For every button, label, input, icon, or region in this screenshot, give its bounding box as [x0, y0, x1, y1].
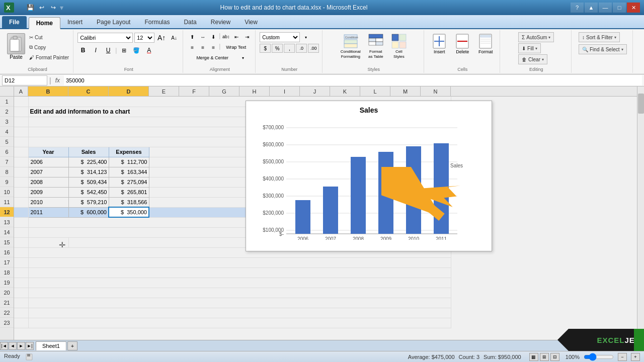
bold-button[interactable]: B — [77, 45, 89, 56]
find-select-button[interactable]: 🔍 Find & Select ▾ — [579, 44, 626, 54]
row-20[interactable]: 20 — [0, 288, 14, 298]
cell-b8[interactable]: 2007 — [28, 167, 68, 177]
col-header-j[interactable]: J — [300, 86, 330, 96]
decrease-decimal-button[interactable]: .0 — [296, 44, 307, 53]
cell-b23[interactable] — [28, 318, 451, 328]
decrease-font-button[interactable]: A↓ — [169, 32, 180, 43]
tab-formulas[interactable]: Formulas — [137, 16, 177, 28]
cell-c7[interactable]: $ 225,400 — [68, 157, 109, 167]
row-19[interactable]: 19 — [0, 278, 14, 288]
align-middle-button[interactable]: ↔ — [198, 32, 208, 41]
text-direction-button[interactable]: ab↕ — [221, 32, 231, 41]
col-header-l[interactable]: L — [360, 86, 390, 96]
cell-a4[interactable] — [14, 127, 28, 137]
underline-button[interactable]: U — [103, 45, 114, 56]
undo-qat-button[interactable]: ↩ — [37, 3, 47, 12]
add-sheet-button[interactable]: + — [67, 341, 77, 350]
cell-c10[interactable]: $ 542,450 — [68, 187, 109, 197]
col-header-n[interactable]: N — [421, 86, 451, 96]
row-11[interactable]: 11 — [0, 197, 14, 207]
tab-home[interactable]: Home — [29, 17, 60, 29]
window-controls[interactable]: ? ▲ — □ ✕ — [571, 3, 640, 13]
row-16[interactable]: 16 — [0, 247, 14, 257]
sheet-tab-sheet1[interactable]: Sheet1 — [36, 341, 66, 350]
row-7[interactable]: 7 — [0, 157, 14, 167]
cell-b20[interactable] — [28, 288, 451, 298]
autosum-dropdown[interactable]: ▾ — [548, 35, 550, 40]
tab-page-layout[interactable]: Page Layout — [90, 16, 137, 28]
wrap-text-button[interactable]: Wrap Text — [221, 43, 251, 52]
merge-dropdown-button[interactable]: ▾ — [238, 53, 248, 62]
row-22[interactable]: 22 — [0, 308, 14, 318]
formula-input[interactable] — [64, 75, 642, 85]
row-6[interactable]: 6 — [0, 147, 14, 157]
font-family-select[interactable]: Calibri — [77, 33, 133, 43]
vertical-scrollbar[interactable] — [637, 97, 644, 340]
format-as-table-button[interactable]: Formatas Table — [365, 32, 387, 60]
cell-d8[interactable]: $ 163,344 — [109, 167, 149, 177]
clear-button[interactable]: 🗑 Clear ▾ — [518, 54, 547, 64]
insert-button[interactable]: Insert — [428, 32, 450, 55]
cell-c12[interactable]: $ 600,000 — [68, 207, 109, 217]
row-3[interactable]: 3 — [0, 117, 14, 127]
cell-a10[interactable] — [14, 187, 28, 197]
format-cells-button[interactable]: Format — [474, 32, 497, 55]
cell-c8[interactable]: $ 314,123 — [68, 167, 109, 177]
cell-a7[interactable] — [14, 157, 28, 167]
cell-a12[interactable] — [14, 207, 28, 217]
cell-b18[interactable] — [28, 267, 451, 278]
col-header-m[interactable]: M — [390, 86, 421, 96]
row-12[interactable]: 12 — [0, 207, 14, 217]
cell-c9[interactable]: $ 509,434 — [68, 177, 109, 187]
save-qat-button[interactable]: 💾 — [25, 3, 35, 12]
increase-font-button[interactable]: A↑ — [156, 32, 167, 43]
row-17[interactable]: 17 — [0, 257, 14, 267]
increase-decimal-button[interactable]: .00 — [308, 44, 319, 53]
merge-center-button[interactable]: Merge & Center — [187, 53, 237, 62]
tab-file[interactable]: File — [2, 16, 27, 28]
paste-button[interactable]: Paste — [5, 32, 27, 61]
page-layout-view-button[interactable]: ⊞ — [540, 353, 549, 361]
cell-d7[interactable]: $ 112,700 — [109, 157, 149, 167]
font-size-select[interactable]: 12 — [134, 33, 154, 43]
help-button[interactable]: ? — [571, 3, 584, 13]
clear-dropdown[interactable]: ▾ — [542, 57, 544, 62]
col-header-h[interactable]: H — [239, 86, 270, 96]
number-format-select[interactable]: Custom — [260, 32, 300, 42]
fill-color-button[interactable]: 🪣 — [131, 45, 142, 56]
cell-a18[interactable] — [14, 267, 28, 278]
cell-d10[interactable]: $ 265,801 — [109, 187, 149, 197]
minimize-button[interactable]: — — [599, 3, 612, 13]
row-10[interactable]: 10 — [0, 187, 14, 197]
cell-c6-sales[interactable]: Sales — [68, 147, 109, 157]
row-8[interactable]: 8 — [0, 167, 14, 177]
normal-view-button[interactable]: ▦ — [529, 353, 538, 361]
align-bottom-button[interactable]: ⬇ — [208, 32, 218, 41]
tab-review[interactable]: Review — [204, 16, 237, 28]
cell-a20[interactable] — [14, 288, 28, 298]
page-break-view-button[interactable]: ⊟ — [550, 353, 559, 361]
row-13[interactable]: 13 — [0, 217, 14, 227]
col-header-d[interactable]: D — [109, 86, 149, 96]
ribbon-minimize-button[interactable]: ▲ — [585, 3, 598, 13]
copy-button[interactable]: ⧉ Copy — [28, 42, 70, 52]
row-14[interactable]: 14 — [0, 227, 14, 237]
col-header-e[interactable]: E — [149, 86, 179, 96]
col-header-g[interactable]: G — [209, 86, 239, 96]
autosum-button[interactable]: Σ AutoSum ▾ — [518, 32, 554, 42]
cell-b17[interactable] — [28, 257, 451, 267]
cell-a11[interactable] — [14, 197, 28, 207]
number-format-dropdown[interactable]: ▾ — [301, 33, 311, 42]
col-header-b[interactable]: B — [28, 86, 68, 96]
cell-d6-expenses[interactable]: Expenses — [109, 147, 149, 157]
cell-a17[interactable] — [14, 257, 28, 267]
row-9[interactable]: 9 — [0, 177, 14, 187]
cell-d11[interactable]: $ 318,566 — [109, 197, 149, 207]
prev-sheet-button[interactable]: ◄ — [9, 342, 17, 350]
cell-b22[interactable] — [28, 308, 451, 318]
cell-a14[interactable] — [14, 227, 28, 237]
quick-access-toolbar[interactable]: 💾 ↩ ↪ ▾ — [25, 3, 63, 12]
cell-a9[interactable] — [14, 177, 28, 187]
zoom-slider[interactable] — [584, 354, 614, 359]
percent-button[interactable]: % — [272, 44, 283, 53]
